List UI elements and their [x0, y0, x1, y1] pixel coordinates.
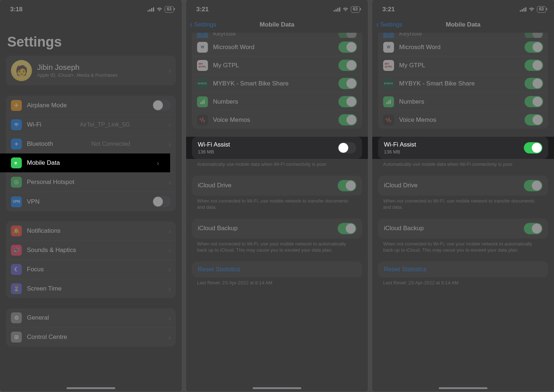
wifi-assist-toggle[interactable]: [338, 142, 356, 153]
home-indicator[interactable]: [439, 387, 487, 389]
settings-screen: 3:18 63 Settings 🧑 Jibin Joseph Apple ID…: [0, 0, 182, 391]
app-row-numbers[interactable]: Numbers: [192, 92, 362, 111]
general-row[interactable]: ⚙ General ›: [6, 308, 176, 327]
app-label: Microsoft Word: [399, 44, 441, 51]
control-centre-row[interactable]: ⊞ Control Centre ›: [6, 327, 176, 347]
screen-time-row[interactable]: ⏳ Screen Time ›: [6, 279, 176, 298]
icloud-drive-footer: When not connected to Wi-Fi, use mobile …: [372, 196, 554, 211]
app-toggle[interactable]: [338, 33, 357, 38]
mobile-data-screen-on: 3:21 63 ‹Settings Mobile Data K Keynote …: [372, 0, 554, 391]
airplane-toggle[interactable]: [152, 100, 171, 111]
status-bar: 3:21 63: [186, 0, 368, 17]
sounds-label: Sounds & Haptics: [27, 247, 76, 254]
svg-rect-1: [202, 101, 203, 104]
home-indicator[interactable]: [67, 387, 115, 389]
focus-row[interactable]: ☾ Focus ›: [6, 260, 176, 279]
app-row-keynote[interactable]: K Keynote: [192, 33, 362, 38]
keynote-icon: K: [383, 33, 394, 38]
app-toggle[interactable]: [338, 60, 357, 71]
mobile-data-screen-off: 3:21 63 ‹Settings Mobile Data K Keynote …: [186, 0, 368, 391]
back-button[interactable]: ‹Settings: [376, 21, 402, 28]
chevron-right-icon: ›: [168, 121, 171, 129]
app-row-gtpl[interactable]: MYGTPL My GTPL: [192, 56, 362, 74]
icloud-drive-toggle[interactable]: [338, 180, 356, 191]
wifi-detail: AirTel_TP_Link_5G: [80, 121, 130, 128]
wifi-row[interactable]: Wi-Fi AirTel_TP_Link_5G ›: [6, 115, 176, 134]
icloud-drive-label: iCloud Drive: [384, 182, 418, 189]
app-data-usage-list: K Keynote W Microsoft Word MYGTPL My GTP…: [192, 33, 362, 129]
app-toggle[interactable]: [525, 60, 543, 71]
icloud-backup-row[interactable]: iCloud Backup: [192, 219, 362, 239]
app-toggle[interactable]: [338, 96, 357, 107]
app-row-gtpl[interactable]: MYGTPL My GTPL: [378, 56, 548, 74]
back-button[interactable]: ‹Settings: [190, 21, 216, 28]
bluetooth-detail: Not Connected: [91, 141, 130, 147]
app-toggle[interactable]: [525, 78, 543, 89]
nav-bar: ‹Settings Mobile Data: [372, 17, 554, 33]
app-label: My GTPL: [399, 62, 425, 69]
wifi-assist-footer: Automatically use mobile data when Wi-Fi…: [186, 159, 368, 168]
vpn-icon: VPN: [11, 196, 22, 207]
app-data-usage-list: K Keynote W Microsoft Word MYGTPL My GTP…: [378, 33, 548, 129]
icloud-backup-label: iCloud Backup: [198, 225, 238, 232]
app-toggle[interactable]: [338, 78, 357, 89]
icloud-drive-section: iCloud Drive: [192, 176, 362, 196]
hourglass-icon: ⏳: [11, 283, 22, 294]
app-toggle[interactable]: [525, 114, 543, 125]
app-row-voice-memos[interactable]: Voice Memos: [192, 111, 362, 129]
sounds-row[interactable]: 🔊 Sounds & Haptics ›: [6, 240, 176, 260]
icloud-backup-toggle[interactable]: [524, 223, 542, 234]
app-toggle[interactable]: [525, 96, 543, 107]
app-label: MYBYK - Smart Bike Share: [399, 80, 475, 87]
apple-id-card[interactable]: 🧑 Jibin Joseph Apple ID, iCloud+, Media …: [6, 56, 176, 85]
app-row-keynote[interactable]: K Keynote: [378, 33, 548, 38]
screen-time-label: Screen Time: [27, 285, 61, 292]
wifi-assist-row[interactable]: Wi-Fi Assist 136 MB: [378, 137, 548, 159]
home-indicator[interactable]: [253, 387, 301, 389]
hotspot-row[interactable]: ⦾ Personal Hotspot ›: [6, 172, 176, 192]
app-row-numbers[interactable]: Numbers: [378, 92, 548, 111]
gtpl-icon: MYGTPL: [383, 60, 394, 71]
app-label: Voice Memos: [399, 116, 436, 124]
icloud-drive-toggle[interactable]: [524, 180, 542, 191]
focus-label: Focus: [27, 266, 44, 273]
word-icon: W: [197, 42, 208, 53]
app-row-mybyk[interactable]: MYBYK MYBYK - Smart Bike Share: [192, 74, 362, 92]
app-toggle[interactable]: [525, 41, 543, 53]
vpn-toggle[interactable]: [152, 196, 171, 207]
reset-link-label: Reset Statistics: [198, 266, 240, 273]
chevron-right-icon: ›: [168, 314, 171, 322]
wifi-assist-row[interactable]: Wi-Fi Assist 136 MB: [192, 137, 362, 159]
icloud-drive-footer: When not connected to Wi-Fi, use mobile …: [186, 196, 368, 211]
cellular-signal-icon: [148, 7, 154, 12]
airplane-mode-row[interactable]: ✈ Airplane Mode: [6, 96, 176, 115]
app-toggle[interactable]: [338, 114, 357, 125]
reset-statistics-button[interactable]: Reset Statistics: [192, 261, 362, 277]
icloud-drive-row[interactable]: iCloud Drive: [378, 176, 548, 196]
chevron-right-icon: ›: [168, 333, 171, 341]
icloud-backup-row[interactable]: iCloud Backup: [378, 219, 548, 239]
vpn-row[interactable]: VPN VPN: [6, 192, 176, 211]
bluetooth-row[interactable]: ⌖ Bluetooth Not Connected ›: [6, 134, 176, 153]
chevron-right-icon: ›: [168, 227, 171, 235]
app-row-word[interactable]: W Microsoft Word: [378, 38, 548, 56]
wifi-assist-toggle[interactable]: [524, 142, 542, 153]
app-row-voice-memos[interactable]: Voice Memos: [378, 111, 548, 129]
chevron-right-icon: ›: [168, 246, 171, 255]
nav-bar: ‹Settings Mobile Data: [186, 17, 368, 33]
bluetooth-label: Bluetooth: [27, 140, 53, 148]
app-row-word[interactable]: W Microsoft Word: [192, 38, 362, 56]
mobile-data-row[interactable]: ᯤ Mobile Data ›: [0, 153, 170, 172]
icloud-drive-row[interactable]: iCloud Drive: [192, 176, 362, 196]
app-row-mybyk[interactable]: MYBYK MYBYK - Smart Bike Share: [378, 74, 548, 92]
app-label: Keynote: [399, 33, 422, 37]
profile-sub: Apple ID, iCloud+, Media & Purchases: [37, 72, 117, 78]
clock: 3:21: [196, 6, 209, 13]
app-toggle[interactable]: [525, 33, 543, 38]
notifications-row[interactable]: 🔔 Notifications ›: [6, 221, 176, 240]
sliders-icon: ⊞: [11, 332, 22, 343]
mobile-data-label: Mobile Data: [27, 159, 60, 167]
reset-statistics-button[interactable]: Reset Statistics: [378, 261, 548, 277]
app-toggle[interactable]: [338, 41, 357, 53]
icloud-backup-toggle[interactable]: [338, 223, 356, 234]
